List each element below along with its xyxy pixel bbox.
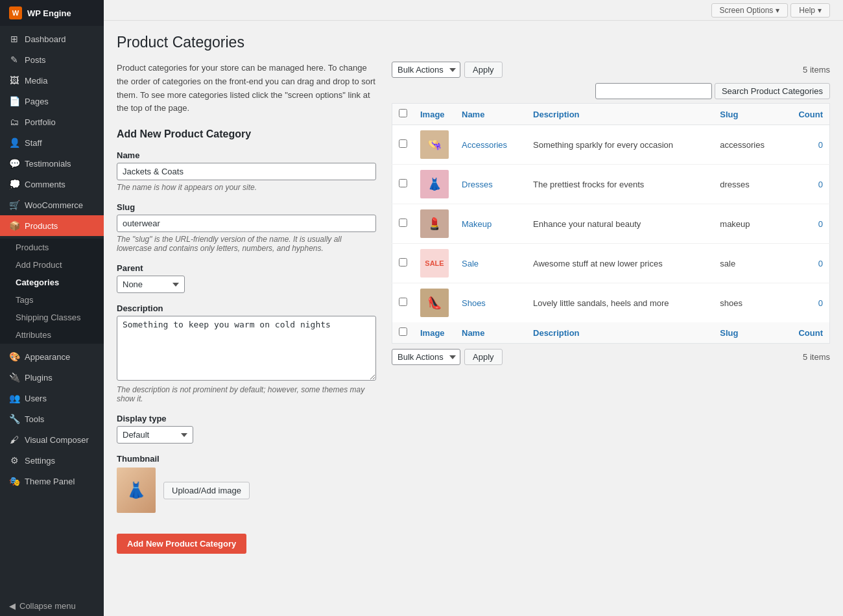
category-image: 💄: [420, 209, 449, 238]
table-body: 👒 Accessories Something sparkly for ever…: [392, 125, 830, 323]
search-input[interactable]: [595, 83, 712, 99]
table-row: 👗 Dresses The prettiest frocks for event…: [392, 165, 830, 204]
row-image: SALE: [414, 244, 455, 283]
parent-select[interactable]: None Accessories Dresses Makeup Sale Sho…: [117, 276, 185, 293]
sidebar-subitem-tags[interactable]: Tags: [0, 291, 104, 309]
collapse-menu[interactable]: ◀ Collapse menu: [0, 596, 104, 616]
content-layout: Product categories for your store can be…: [117, 62, 830, 554]
sidebar-item-testimonials[interactable]: 💬 Testimonials: [0, 153, 104, 174]
footer-description: Description: [527, 322, 713, 344]
sidebar-subitem-add-product[interactable]: Add Product: [0, 256, 104, 274]
row-image: 👒: [414, 125, 455, 165]
row-description: Enhance your natural beauty: [527, 204, 713, 244]
slug-input[interactable]: [117, 215, 376, 232]
thumbnail-label: Thumbnail: [117, 454, 376, 464]
footer-name[interactable]: Name: [455, 322, 527, 344]
bulk-actions-select[interactable]: Bulk Actions Delete: [392, 62, 460, 78]
table-toolbar-left: Bulk Actions Delete Apply: [392, 62, 503, 78]
sidebar-item-users[interactable]: 👥 Users: [0, 388, 104, 409]
row-description: The prettiest frocks for events: [527, 165, 713, 204]
row-checkbox[interactable]: [399, 139, 407, 148]
parent-label: Parent: [117, 263, 376, 273]
row-check[interactable]: [392, 204, 414, 244]
topbar: Screen Options ▾ Help ▾: [104, 0, 843, 21]
sidebar-subitem-categories[interactable]: Categories: [0, 274, 104, 291]
sidebar-item-settings[interactable]: ⚙ Settings: [0, 450, 104, 471]
header-name[interactable]: Name: [455, 104, 527, 125]
sidebar-subitem-shipping-classes[interactable]: Shipping Classes: [0, 309, 104, 326]
apply-button-bottom[interactable]: Apply: [464, 349, 503, 365]
row-image: 👠: [414, 283, 455, 323]
row-check[interactable]: [392, 125, 414, 165]
row-check[interactable]: [392, 165, 414, 204]
row-check[interactable]: [392, 283, 414, 323]
name-input[interactable]: [117, 163, 376, 180]
category-name-link[interactable]: Dresses: [462, 180, 493, 189]
sidebar-section-main: ⊞ Dashboard ✎ Posts 🖼 Media 📄 Pages 🗂 Po…: [0, 26, 104, 239]
row-checkbox[interactable]: [399, 179, 407, 187]
category-name-link[interactable]: Shoes: [462, 298, 486, 308]
sidebar-item-tools[interactable]: 🔧 Tools: [0, 409, 104, 429]
table-toolbar-top: Bulk Actions Delete Apply 5 items: [392, 62, 830, 78]
sidebar-item-theme-panel[interactable]: 🎭 Theme Panel: [0, 471, 104, 492]
sidebar-item-visual-composer[interactable]: 🖌 Visual Composer: [0, 429, 104, 450]
sidebar-logo[interactable]: W WP Engine: [0, 0, 104, 26]
category-image: SALE: [420, 249, 449, 278]
sidebar-item-comments[interactable]: 💭 Comments: [0, 174, 104, 195]
sidebar-item-label: Tools: [25, 414, 44, 424]
sidebar-item-label: Testimonials: [25, 159, 71, 169]
row-slug: sale: [713, 244, 783, 283]
sidebar-item-appearance[interactable]: 🎨 Appearance: [0, 346, 104, 367]
sidebar-item-posts[interactable]: ✎ Posts: [0, 49, 104, 70]
search-button[interactable]: Search Product Categories: [715, 83, 830, 99]
row-check[interactable]: [392, 244, 414, 283]
content-area: Product Categories Product categories fo…: [104, 21, 843, 616]
sidebar-item-media[interactable]: 🖼 Media: [0, 70, 104, 91]
select-all-checkbox-footer[interactable]: [399, 327, 407, 336]
sidebar-item-label: Pages: [25, 97, 49, 106]
sidebar-item-portfolio[interactable]: 🗂 Portfolio: [0, 112, 104, 132]
apply-button-top[interactable]: Apply: [464, 62, 503, 78]
row-checkbox[interactable]: [399, 298, 407, 306]
sidebar-item-dashboard[interactable]: ⊞ Dashboard: [0, 29, 104, 49]
slug-label: Slug: [117, 202, 376, 212]
display-type-select[interactable]: Default Products Subcategories Both: [117, 426, 193, 444]
header-description[interactable]: Description: [527, 104, 713, 125]
header-slug[interactable]: Slug: [713, 104, 783, 125]
category-name-link[interactable]: Makeup: [462, 219, 492, 229]
screen-options-button[interactable]: Screen Options ▾: [711, 3, 789, 18]
sidebar-item-label: Portfolio: [25, 117, 56, 127]
sidebar-item-label: Theme Panel: [25, 477, 75, 486]
table-row: 💄 Makeup Enhance your natural beauty mak…: [392, 204, 830, 244]
count-value: 0: [818, 219, 823, 229]
row-count: 0: [784, 204, 830, 244]
thumbnail-image: [117, 468, 156, 513]
bulk-actions-select-bottom[interactable]: Bulk Actions Delete: [392, 349, 460, 365]
form-group-display-type: Display type Default Products Subcategor…: [117, 414, 376, 444]
posts-icon: ✎: [9, 54, 19, 65]
sidebar-item-plugins[interactable]: 🔌 Plugins: [0, 367, 104, 388]
upload-image-button[interactable]: Upload/Add image: [163, 482, 250, 499]
sidebar-item-pages[interactable]: 📄 Pages: [0, 91, 104, 112]
form-group-name: Name The name is how it appears on your …: [117, 150, 376, 192]
sidebar-item-woocommerce[interactable]: 🛒 WooCommerce: [0, 195, 104, 215]
form-panel: Product categories for your store can be…: [117, 62, 376, 554]
row-checkbox[interactable]: [399, 219, 407, 227]
select-all-checkbox[interactable]: [399, 109, 407, 117]
sidebar-subitem-attributes[interactable]: Attributes: [0, 326, 104, 344]
description-textarea[interactable]: [117, 316, 376, 381]
category-name-link[interactable]: Sale: [462, 259, 479, 268]
help-button[interactable]: Help ▾: [790, 3, 830, 18]
count-value: 0: [818, 259, 823, 268]
sidebar-subitem-label: Categories: [16, 278, 59, 287]
row-checkbox[interactable]: [399, 258, 407, 267]
sidebar-subitem-label: Add Product: [16, 260, 62, 270]
sidebar-item-products[interactable]: 📦 Products: [0, 215, 104, 236]
add-new-category-button[interactable]: Add New Product Category: [117, 534, 246, 554]
sidebar-subitem-products[interactable]: Products: [0, 239, 104, 256]
row-count: 0: [784, 283, 830, 323]
header-count[interactable]: Count: [784, 104, 830, 125]
name-label: Name: [117, 150, 376, 160]
sidebar-item-staff[interactable]: 👤 Staff: [0, 132, 104, 153]
category-name-link[interactable]: Accessories: [462, 140, 507, 150]
